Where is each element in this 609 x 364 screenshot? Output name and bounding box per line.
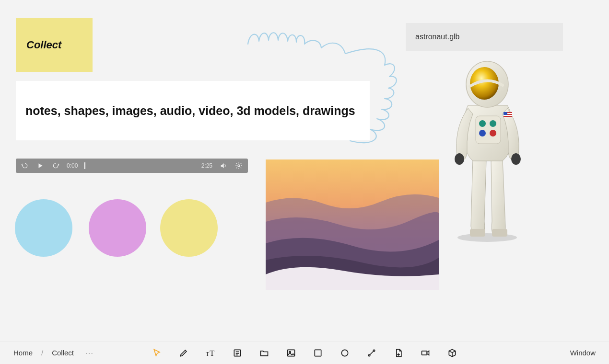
svg-point-9: [490, 120, 496, 127]
svg-rect-3: [470, 229, 485, 237]
forward-15-icon[interactable]: [51, 161, 60, 170]
svg-rect-25: [288, 350, 295, 356]
file-tool-icon[interactable]: [393, 348, 404, 358]
svg-text:T: T: [210, 348, 214, 357]
svg-point-8: [479, 120, 486, 127]
audio-playhead[interactable]: [84, 162, 85, 169]
breadcrumb-current[interactable]: Collect: [52, 349, 74, 357]
svg-rect-13: [504, 112, 507, 115]
window-menu[interactable]: Window: [570, 349, 596, 357]
svg-point-6: [511, 153, 521, 165]
svg-point-10: [479, 130, 486, 136]
text-tool-icon[interactable]: TT: [205, 348, 216, 358]
svg-rect-7: [476, 116, 501, 144]
note-tool-icon[interactable]: [232, 348, 243, 358]
image-tool-icon[interactable]: [286, 348, 296, 358]
window-menu-label: Window: [570, 349, 596, 357]
svg-point-30: [373, 350, 375, 351]
svg-rect-16: [504, 116, 512, 117]
shape-circle-blue[interactable]: [15, 199, 72, 257]
rewind-15-icon[interactable]: [21, 161, 29, 170]
svg-point-29: [368, 354, 370, 356]
circle-tool-icon[interactable]: [340, 348, 350, 358]
breadcrumb-more-icon[interactable]: ···: [85, 349, 94, 357]
shape-circle-pink[interactable]: [89, 199, 146, 257]
svg-point-5: [455, 153, 464, 165]
model3d-astronaut[interactable]: [445, 58, 529, 242]
rect-tool-icon[interactable]: [313, 348, 323, 358]
svg-rect-27: [315, 350, 321, 356]
model3d-tool-icon[interactable]: [447, 348, 457, 358]
settings-gear-icon[interactable]: [234, 161, 243, 170]
bottom-bar: Home / Collect ··· TT: [0, 341, 609, 364]
svg-point-0: [238, 165, 240, 167]
breadcrumb-separator: /: [41, 349, 43, 357]
audio-player[interactable]: 0:00 2:25: [16, 159, 248, 173]
connector-tool-icon[interactable]: [366, 348, 377, 358]
file-chip[interactable]: astronaut.glb: [406, 23, 563, 51]
video-tool-icon[interactable]: [420, 348, 431, 358]
file-name: astronaut.glb: [415, 33, 460, 41]
sticky-note[interactable]: Collect: [16, 18, 93, 72]
audio-duration: 2:25: [201, 162, 212, 169]
volume-icon[interactable]: [219, 161, 228, 170]
svg-point-28: [341, 350, 348, 356]
shape-circle-yellow[interactable]: [160, 199, 218, 257]
text-card-content: notes, shapes, images, audio, video, 3d …: [25, 104, 355, 118]
sticky-title: Collect: [26, 39, 61, 51]
svg-point-2: [457, 233, 517, 242]
svg-rect-15: [507, 114, 512, 115]
breadcrumb: Home / Collect ···: [13, 349, 94, 357]
svg-point-11: [490, 130, 496, 136]
folder-tool-icon[interactable]: [259, 348, 269, 358]
draw-tool-icon[interactable]: [178, 348, 189, 358]
play-icon[interactable]: [36, 161, 45, 170]
svg-text:T: T: [206, 350, 210, 357]
image-mountains-sunset[interactable]: [266, 159, 439, 290]
svg-rect-14: [507, 112, 512, 113]
canvas[interactable]: Collect notes, shapes, images, audio, vi…: [0, 0, 609, 341]
breadcrumb-home[interactable]: Home: [13, 349, 33, 357]
toolbar: TT: [152, 348, 457, 358]
audio-current-time: 0:00: [67, 162, 78, 169]
cursor-tool-icon[interactable]: [152, 348, 162, 358]
svg-rect-31: [422, 351, 427, 354]
svg-rect-4: [492, 229, 507, 237]
text-card[interactable]: notes, shapes, images, audio, video, 3d …: [16, 81, 370, 140]
